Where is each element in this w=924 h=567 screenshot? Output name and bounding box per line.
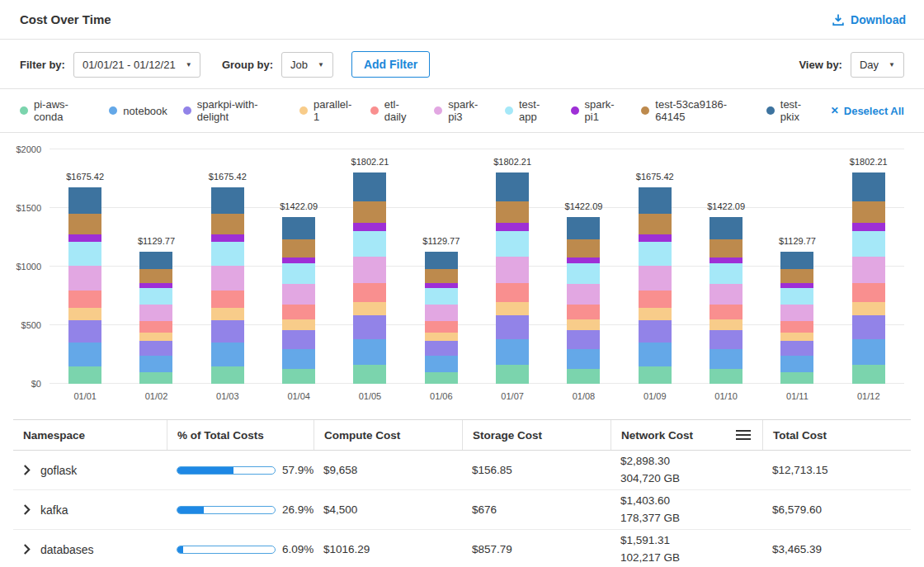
chevron-right-icon[interactable] [23, 544, 31, 555]
bar-segment-spark-pi1[interactable] [639, 234, 672, 242]
bar-segment-spark-pi3[interactable] [780, 305, 813, 321]
stacked-bar[interactable] [282, 217, 315, 384]
chevron-right-icon[interactable] [23, 504, 31, 515]
namespace-cell[interactable]: kafka [13, 503, 167, 517]
stacked-bar[interactable] [68, 187, 101, 384]
bar-segment-notebook[interactable] [425, 356, 458, 372]
bar-segment-test-53ca9186-64145[interactable] [139, 269, 172, 283]
bar-segment-test-53ca9186-64145[interactable] [780, 269, 813, 283]
bar-segment-test-pkix[interactable] [567, 217, 600, 239]
bar-segment-test-53ca9186-64145[interactable] [68, 214, 101, 234]
bar-segment-etl-daily[interactable] [567, 305, 600, 319]
bar-segment-parallel-1[interactable] [211, 308, 244, 320]
stacked-bar[interactable] [139, 252, 172, 384]
bar-segment-test-app[interactable] [710, 263, 742, 284]
bar-segment-pi-aws-conda[interactable] [68, 366, 101, 384]
bar-segment-spark-pi3[interactable] [567, 284, 600, 305]
bar-segment-spark-pi3[interactable] [496, 257, 529, 283]
bar-segment-parallel-1[interactable] [282, 319, 315, 330]
bar-segment-spark-pi3[interactable] [639, 266, 672, 291]
bar-segment-notebook[interactable] [852, 339, 885, 365]
bar-segment-pi-aws-conda[interactable] [282, 369, 315, 384]
bar-segment-test-app[interactable] [353, 231, 386, 257]
bar-segment-notebook[interactable] [353, 339, 386, 365]
bar-segment-test-app[interactable] [780, 288, 813, 305]
bar-segment-etl-daily[interactable] [139, 321, 172, 333]
stacked-bar[interactable] [639, 187, 672, 384]
stacked-bar[interactable] [710, 217, 742, 384]
bar-segment-test-pkix[interactable] [282, 217, 315, 239]
bar-segment-spark-pi3[interactable] [353, 257, 386, 283]
bar-segment-test-pkix[interactable] [68, 187, 101, 214]
bar-segment-parallel-1[interactable] [639, 308, 672, 320]
bar-segment-test-app[interactable] [211, 242, 244, 266]
bar-segment-parallel-1[interactable] [496, 302, 529, 315]
bar-segment-parallel-1[interactable] [780, 333, 813, 341]
bar-segment-spark-pi1[interactable] [710, 258, 742, 264]
bar-segment-spark-pi1[interactable] [852, 223, 885, 231]
bar-segment-test-app[interactable] [139, 288, 172, 305]
chevron-right-icon[interactable] [23, 465, 31, 475]
bar-segment-spark-pi3[interactable] [710, 284, 742, 305]
bar-segment-test-53ca9186-64145[interactable] [211, 214, 244, 234]
bar-segment-test-app[interactable] [282, 263, 315, 284]
stacked-bar[interactable] [425, 252, 458, 384]
bar-segment-sparkpi-with-delight[interactable] [282, 330, 315, 349]
bar-segment-sparkpi-with-delight[interactable] [139, 341, 172, 356]
bar-segment-sparkpi-with-delight[interactable] [710, 330, 742, 349]
bar-segment-notebook[interactable] [211, 343, 244, 366]
legend-item-sparkpi-with-delight[interactable]: sparkpi-with-delight [183, 98, 284, 123]
bar-segment-etl-daily[interactable] [425, 321, 458, 333]
legend-item-test-app[interactable]: test-app [505, 98, 555, 123]
namespace-cell[interactable]: goflask [13, 464, 167, 477]
bar-segment-test-53ca9186-64145[interactable] [496, 201, 529, 224]
bar-segment-pi-aws-conda[interactable] [780, 372, 813, 384]
bar-segment-test-pkix[interactable] [353, 172, 386, 201]
bar-segment-notebook[interactable] [567, 349, 600, 370]
legend-item-spark-pi1[interactable]: spark-pi1 [571, 98, 626, 123]
bar-segment-pi-aws-conda[interactable] [567, 369, 600, 384]
stacked-bar[interactable] [353, 172, 386, 384]
bar-segment-etl-daily[interactable] [282, 305, 315, 319]
bar-segment-parallel-1[interactable] [139, 333, 172, 341]
stacked-bar[interactable] [567, 217, 600, 384]
bar-segment-notebook[interactable] [496, 339, 529, 365]
bar-segment-notebook[interactable] [780, 356, 813, 372]
view-by-select[interactable]: Day ▼ [851, 52, 904, 78]
bar-segment-test-pkix[interactable] [639, 187, 672, 214]
bar-segment-spark-pi1[interactable] [282, 258, 315, 264]
bar-segment-test-53ca9186-64145[interactable] [353, 201, 386, 224]
namespace-cell[interactable]: databases [13, 543, 167, 556]
bar-segment-etl-daily[interactable] [68, 291, 101, 308]
bar-segment-sparkpi-with-delight[interactable] [353, 315, 386, 339]
bar-segment-test-pkix[interactable] [139, 252, 172, 270]
stacked-bar[interactable] [211, 187, 244, 384]
bar-segment-notebook[interactable] [282, 349, 315, 370]
bar-segment-spark-pi1[interactable] [211, 234, 244, 242]
bar-segment-spark-pi1[interactable] [68, 234, 101, 242]
bar-segment-test-app[interactable] [68, 242, 101, 266]
bar-segment-pi-aws-conda[interactable] [211, 366, 244, 384]
bar-segment-pi-aws-conda[interactable] [710, 369, 742, 384]
bar-segment-test-pkix[interactable] [425, 252, 458, 270]
bar-segment-etl-daily[interactable] [353, 283, 386, 302]
bar-segment-spark-pi1[interactable] [567, 258, 600, 264]
bar-segment-test-53ca9186-64145[interactable] [282, 239, 315, 257]
bar-segment-etl-daily[interactable] [852, 283, 885, 302]
legend-item-parallel-1[interactable]: parallel-1 [299, 98, 355, 123]
bar-segment-spark-pi3[interactable] [282, 284, 315, 305]
legend-item-etl-daily[interactable]: etl-daily [370, 98, 419, 123]
bar-segment-parallel-1[interactable] [852, 302, 885, 315]
bar-segment-pi-aws-conda[interactable] [139, 372, 172, 384]
date-range-select[interactable]: 01/01/21 - 01/12/21 ▼ [73, 52, 200, 78]
bar-segment-test-app[interactable] [425, 288, 458, 305]
add-filter-button[interactable]: Add Filter [351, 51, 430, 78]
bar-segment-test-pkix[interactable] [710, 217, 742, 239]
bar-segment-etl-daily[interactable] [710, 305, 742, 319]
bar-segment-spark-pi1[interactable] [353, 223, 386, 231]
bar-segment-test-pkix[interactable] [852, 172, 885, 201]
stacked-bar[interactable] [852, 172, 885, 384]
bar-segment-notebook[interactable] [68, 343, 101, 366]
bar-segment-etl-daily[interactable] [211, 291, 244, 308]
bar-segment-test-53ca9186-64145[interactable] [639, 214, 672, 234]
